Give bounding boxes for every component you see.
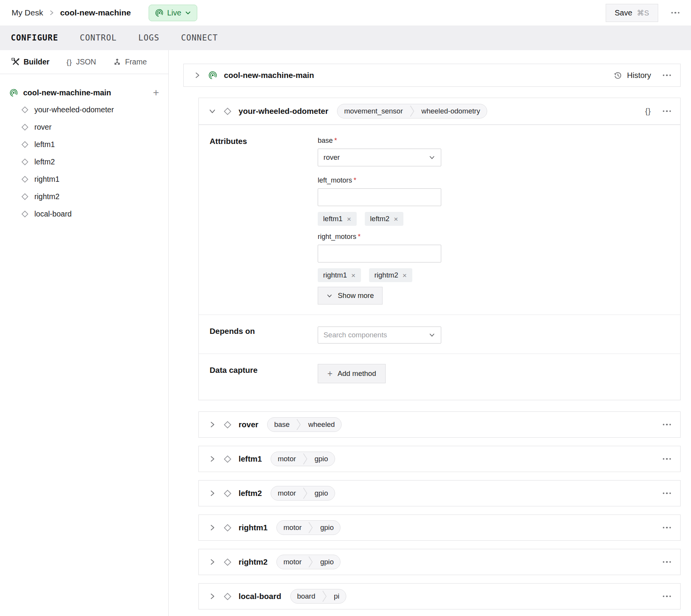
save-shortcut: ⌘S <box>637 8 649 17</box>
viewtab-builder[interactable]: Builder <box>12 58 49 66</box>
machine-menu-button[interactable] <box>671 12 680 14</box>
remove-chip-icon[interactable]: × <box>351 272 356 279</box>
required-asterisk: * <box>334 137 337 144</box>
machine-part-icon <box>9 88 18 97</box>
viewtab-json[interactable]: {} JSON <box>66 58 96 66</box>
component-type-badge: board pi <box>290 589 347 604</box>
collapse-chevron-icon[interactable] <box>208 107 217 115</box>
component-menu-button[interactable] <box>663 527 671 529</box>
tree-root-label: cool-new-machine-main <box>23 88 111 97</box>
config-sidebar: Builder {} JSON Frame cool-new-machine-m… <box>0 50 169 616</box>
tree-item-local-board[interactable]: local-board <box>9 205 159 223</box>
right-motors-input[interactable] <box>318 245 441 262</box>
expand-chevron-icon[interactable] <box>208 558 217 566</box>
attributes-section-label: Attributes <box>199 125 318 315</box>
save-button[interactable]: Save ⌘S <box>606 4 658 22</box>
attributes-section: Attributes base* rover left_motors* left… <box>199 125 680 315</box>
component-diamond-icon <box>223 420 232 429</box>
component-diamond-icon <box>21 123 29 131</box>
right-motors-field: right_motors* rightm1 × rightm2 × <box>318 233 441 282</box>
expand-chevron-icon[interactable] <box>208 455 217 463</box>
top-bar: My Desk cool-new-machine Live Save ⌘S <box>0 0 691 25</box>
component-type-badge: motor gpio <box>271 452 335 466</box>
component-type-badge: motor gpio <box>276 520 340 535</box>
required-asterisk: * <box>358 233 361 240</box>
machine-status-dropdown[interactable]: Live <box>149 5 197 21</box>
tree-item-leftm2[interactable]: leftm2 <box>9 153 159 171</box>
plus-icon: + <box>327 371 332 377</box>
tree-item-your-wheeled-odometer[interactable]: your-wheeled-odometer <box>9 101 159 118</box>
viewtab-frame[interactable]: Frame <box>113 58 147 66</box>
component-diamond-icon <box>223 455 232 464</box>
remove-chip-icon[interactable]: × <box>403 272 407 279</box>
depends-on-select[interactable]: Search components <box>318 327 441 344</box>
component-diamond-icon <box>21 106 29 114</box>
chevron-down-icon <box>428 332 435 338</box>
component-diamond-icon <box>21 140 29 149</box>
component-menu-button[interactable] <box>663 492 671 494</box>
edit-json-icon[interactable]: {} <box>645 107 651 116</box>
tab-logs[interactable]: LOGS <box>138 33 159 42</box>
history-icon <box>613 71 622 80</box>
expand-chevron-icon[interactable] <box>193 71 202 80</box>
tools-icon <box>12 58 20 66</box>
component-card-rightm2: rightm2 motor gpio <box>198 549 681 575</box>
component-card-your-wheeled-odometer: your-wheeled-odometer movement_sensor wh… <box>198 98 681 400</box>
component-tree: cool-new-machine-main + your-wheeled-odo… <box>0 74 168 223</box>
tab-control[interactable]: CONTROL <box>80 33 117 42</box>
left-motors-field-label: left_motors* <box>318 176 441 184</box>
component-card-rightm1: rightm1 motor gpio <box>198 514 681 541</box>
add-component-icon[interactable]: + <box>153 89 159 96</box>
component-diamond-icon <box>223 592 232 601</box>
expand-chevron-icon[interactable] <box>208 489 217 498</box>
expand-chevron-icon[interactable] <box>208 523 217 532</box>
component-diamond-icon <box>223 489 232 498</box>
viewtab-builder-label: Builder <box>24 58 49 66</box>
component-menu-button[interactable] <box>663 110 671 112</box>
chip-rightm2: rightm2 × <box>369 268 412 282</box>
component-diamond-icon <box>21 158 29 166</box>
component-diamond-icon <box>21 193 29 201</box>
chevron-down-icon <box>428 154 435 161</box>
tree-root-machine-part[interactable]: cool-new-machine-main + <box>9 84 159 101</box>
chip-rightm1: rightm1 × <box>318 268 361 282</box>
tree-item-rightm1[interactable]: rightm1 <box>9 171 159 188</box>
left-motors-input[interactable] <box>318 188 441 206</box>
machine-part-menu-button[interactable] <box>663 74 671 76</box>
remove-chip-icon[interactable]: × <box>347 215 351 223</box>
expand-chevron-icon[interactable] <box>208 420 217 429</box>
chip-leftm2: leftm2 × <box>365 212 404 226</box>
base-select[interactable]: rover <box>318 149 441 166</box>
component-menu-button[interactable] <box>663 458 671 460</box>
add-method-button[interactable]: + Add method <box>318 364 386 383</box>
right-motors-field-label: right_motors* <box>318 233 441 241</box>
depends-on-label: Depends on <box>199 315 318 354</box>
broadcast-icon <box>155 8 164 17</box>
badge-divider-icon <box>303 486 308 500</box>
chip-leftm1: leftm1 × <box>318 212 357 226</box>
tree-item-rover[interactable]: rover <box>9 118 159 136</box>
expand-chevron-icon[interactable] <box>208 592 217 601</box>
remove-chip-icon[interactable]: × <box>394 215 398 223</box>
tab-configure[interactable]: CONFIGURE <box>11 33 58 42</box>
show-more-button[interactable]: Show more <box>318 287 383 305</box>
braces-icon: {} <box>66 58 72 66</box>
base-field-label: base* <box>318 137 441 145</box>
tab-connect[interactable]: CONNECT <box>181 33 218 42</box>
component-card-local-board: local-board board pi <box>198 583 681 609</box>
component-menu-button[interactable] <box>663 424 671 426</box>
chevron-down-icon <box>185 10 191 16</box>
tree-item-leftm1[interactable]: leftm1 <box>9 136 159 153</box>
tree-item-rightm2[interactable]: rightm2 <box>9 188 159 205</box>
component-diamond-icon <box>21 175 29 183</box>
component-menu-button[interactable] <box>663 596 671 597</box>
machine-part-icon <box>208 71 217 80</box>
machine-part-title: cool-new-machine-main <box>224 71 314 80</box>
component-menu-button[interactable] <box>663 561 671 563</box>
history-button[interactable]: History <box>613 71 651 80</box>
status-label: Live <box>167 8 181 17</box>
breadcrumb-root[interactable]: My Desk <box>12 8 43 17</box>
chevron-down-icon <box>326 293 333 299</box>
main-nav-tabs: CONFIGURE CONTROL LOGS CONNECT <box>0 25 691 50</box>
required-asterisk: * <box>354 176 356 184</box>
